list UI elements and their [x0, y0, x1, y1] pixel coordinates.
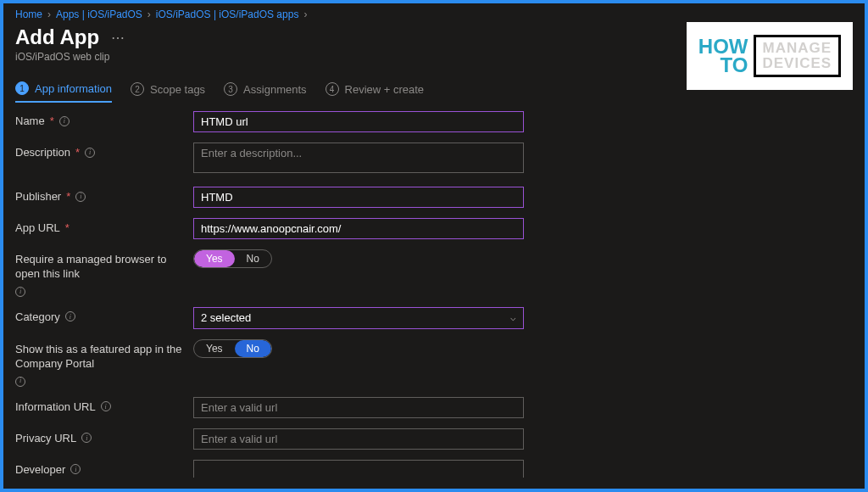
featured-toggle[interactable]: Yes No: [193, 339, 272, 358]
info-icon[interactable]: i: [85, 148, 95, 158]
label-description: Description: [15, 146, 70, 159]
chevron-down-icon: ⌵: [510, 312, 516, 323]
info-icon[interactable]: i: [15, 377, 25, 387]
tab-app-information[interactable]: 1 App information: [15, 81, 112, 103]
information-url-input[interactable]: [193, 397, 524, 418]
required-marker: *: [50, 115, 54, 127]
developer-input[interactable]: [193, 460, 524, 478]
chevron-right-icon: ›: [147, 8, 151, 20]
tab-assignments[interactable]: 3 Assignments: [224, 82, 306, 102]
required-marker: *: [75, 146, 80, 159]
chevron-right-icon: ›: [303, 8, 307, 20]
description-input[interactable]: [193, 143, 524, 173]
name-input[interactable]: [193, 111, 524, 132]
step-1-icon: 1: [15, 81, 29, 95]
tab-label: App information: [35, 82, 112, 95]
brand-logo: HOW TO MANAGE DEVICES: [687, 22, 853, 90]
info-icon[interactable]: i: [81, 433, 92, 443]
step-4-icon: 4: [326, 82, 339, 96]
info-icon[interactable]: i: [75, 192, 86, 202]
chevron-right-icon: ›: [47, 8, 51, 20]
breadcrumb-apps[interactable]: Apps | iOS/iPadOS: [56, 8, 142, 20]
logo-text-devices: DEVICES: [763, 56, 832, 71]
breadcrumb-home[interactable]: Home: [15, 8, 42, 20]
category-value: 2 selected: [201, 311, 251, 324]
toggle-yes[interactable]: Yes: [194, 250, 235, 267]
managed-browser-toggle[interactable]: Yes No: [193, 249, 272, 268]
page-title: Add App: [15, 25, 99, 49]
required-marker: *: [65, 221, 70, 234]
toggle-no[interactable]: No: [235, 340, 271, 357]
step-3-icon: 3: [224, 82, 237, 96]
more-menu-icon[interactable]: ⋯: [111, 30, 125, 46]
label-privacy-url: Privacy URL: [15, 432, 76, 444]
label-featured: Show this as a featured app in the Compa…: [15, 343, 193, 372]
logo-text-manage: MANAGE: [763, 41, 832, 56]
breadcrumb-detail[interactable]: iOS/iPadOS | iOS/iPadOS apps: [156, 8, 299, 20]
info-icon[interactable]: i: [59, 116, 70, 126]
info-icon[interactable]: i: [15, 287, 25, 297]
toggle-yes[interactable]: Yes: [194, 340, 235, 357]
privacy-url-input[interactable]: [193, 428, 524, 450]
toggle-no[interactable]: No: [235, 250, 271, 267]
tab-label: Assignments: [243, 83, 306, 96]
label-information-url: Information URL: [15, 400, 96, 413]
category-select[interactable]: 2 selected ⌵: [193, 307, 524, 329]
label-name: Name: [15, 115, 45, 127]
required-marker: *: [66, 190, 70, 203]
label-appurl: App URL: [15, 221, 60, 234]
tab-label: Scope tags: [150, 83, 205, 96]
step-2-icon: 2: [131, 82, 144, 96]
info-icon[interactable]: i: [70, 464, 81, 474]
label-developer: Developer: [15, 463, 65, 476]
form: Name * i Description * i Publisher * i: [3, 103, 865, 478]
label-publisher: Publisher: [15, 190, 61, 203]
breadcrumb: Home › Apps | iOS/iPadOS › iOS/iPadOS | …: [3, 3, 865, 20]
info-icon[interactable]: i: [101, 401, 111, 411]
tab-scope-tags[interactable]: 2 Scope tags: [131, 82, 205, 102]
tab-review-create[interactable]: 4 Review + create: [326, 82, 425, 102]
publisher-input[interactable]: [193, 187, 524, 208]
label-managed-browser: Require a managed browser to open this l…: [15, 253, 193, 282]
info-icon[interactable]: i: [65, 311, 75, 321]
logo-text-to: TO: [698, 56, 748, 75]
label-category: Category: [15, 310, 60, 323]
app-url-input[interactable]: [193, 218, 524, 239]
tab-label: Review + create: [345, 83, 425, 96]
